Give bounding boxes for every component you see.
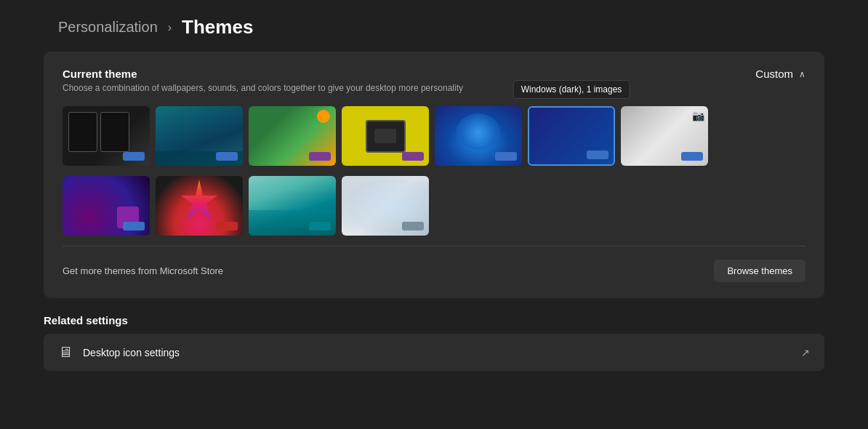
theme-item[interactable] — [342, 176, 429, 236]
theme-badge — [309, 222, 331, 230]
theme-thumbnail — [156, 106, 243, 166]
theme-thumbnail — [63, 106, 150, 166]
divider — [63, 246, 805, 246]
theme-item[interactable] — [63, 106, 150, 166]
theme-thumbnail — [528, 106, 615, 166]
related-settings-title: Related settings — [44, 314, 824, 326]
card-subtitle: Choose a combination of wallpapers, soun… — [63, 83, 463, 93]
monitor-icon: 🖥 — [58, 344, 73, 361]
card-title: Current theme — [63, 68, 463, 80]
page-header: Personalization › Themes — [0, 0, 868, 52]
page-title: Themes — [182, 16, 253, 39]
theme-badge — [587, 151, 608, 159]
theme-item[interactable] — [156, 176, 243, 236]
current-theme-card: Current theme Choose a combination of wa… — [44, 52, 824, 298]
themes-grid-row2 — [63, 176, 805, 236]
theme-thumbnail — [342, 176, 429, 236]
theme-item[interactable] — [435, 106, 522, 166]
related-settings-section: Related settings 🖥 Desktop icon settings… — [44, 314, 824, 371]
card-header-text: Current theme Choose a combination of wa… — [63, 68, 463, 93]
theme-thumbnail — [249, 176, 336, 236]
theme-thumbnail — [156, 176, 243, 236]
theme-badge — [123, 222, 145, 230]
settings-item-left: 🖥 Desktop icon settings — [58, 344, 180, 361]
theme-thumbnail — [342, 106, 429, 166]
browse-row: Get more themes from Microsoft Store Bro… — [63, 258, 805, 285]
theme-badge — [216, 152, 238, 161]
breadcrumb-separator: › — [168, 21, 172, 34]
theme-thumbnail: 📷 — [621, 106, 708, 166]
camera-icon: 📷 — [692, 110, 704, 121]
theme-item[interactable]: Windows (dark), 1 images — [528, 106, 615, 166]
breadcrumb-parent[interactable]: Personalization — [58, 19, 158, 36]
theme-thumbnail — [249, 106, 336, 166]
store-text: Get more themes from Microsoft Store — [63, 265, 223, 276]
theme-item[interactable]: 📷 — [621, 106, 708, 166]
chevron-up-icon: ∧ — [799, 69, 805, 79]
desktop-icon-settings-item[interactable]: 🖥 Desktop icon settings ↗ — [44, 334, 824, 371]
external-link-icon: ↗ — [801, 347, 810, 358]
theme-badge — [495, 152, 517, 161]
theme-item[interactable] — [156, 106, 243, 166]
theme-thumbnail — [435, 106, 522, 166]
browse-themes-button[interactable]: Browse themes — [714, 260, 805, 282]
theme-item[interactable] — [249, 106, 336, 166]
card-header: Current theme Choose a combination of wa… — [63, 68, 805, 93]
theme-badge — [123, 152, 145, 161]
theme-badge — [402, 222, 424, 230]
theme-thumbnail — [63, 176, 150, 236]
theme-item[interactable] — [249, 176, 336, 236]
theme-badge — [681, 152, 703, 161]
themes-grid: Windows (dark), 1 images 📷 — [63, 106, 805, 166]
current-theme-value[interactable]: Custom ∧ — [755, 68, 805, 80]
theme-badge — [309, 152, 331, 161]
current-theme-label: Custom — [755, 68, 793, 80]
theme-item[interactable] — [63, 176, 150, 236]
theme-item[interactable] — [342, 106, 429, 166]
settings-item-label: Desktop icon settings — [83, 347, 180, 358]
theme-badge — [216, 222, 238, 230]
theme-badge — [402, 152, 424, 161]
